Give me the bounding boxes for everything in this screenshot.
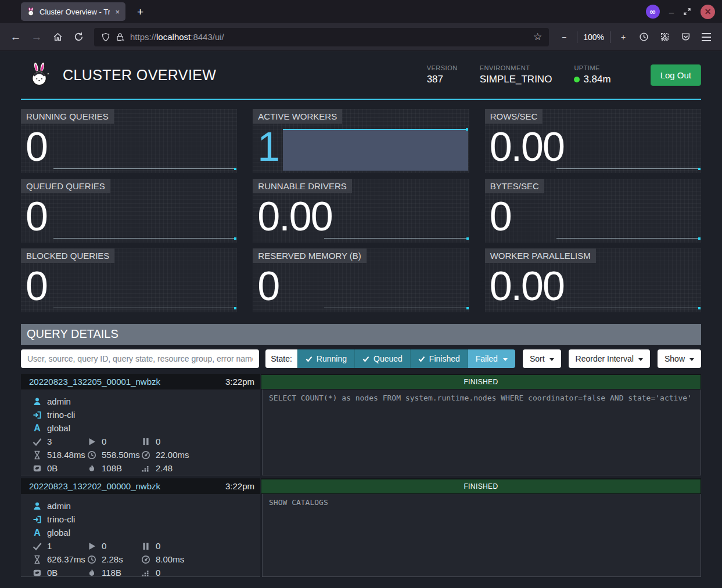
minimize-button[interactable]: – [669, 7, 674, 17]
queued-splits: 0 [141, 435, 257, 448]
state-button-running[interactable]: Running [297, 349, 354, 368]
total-time-value: 2.28s [102, 554, 123, 564]
query-id-link[interactable]: 20220823_132202_00000_nwbzk [29, 481, 160, 491]
tile-bytes-sec: BYTES/SEC 0 [485, 179, 701, 243]
reorder-interval-dropdown[interactable]: Reorder Interval [569, 349, 650, 368]
completed-splits-value: 3 [47, 437, 52, 446]
resource-group-icon: A [33, 528, 42, 538]
cpu-time-value: 22.00ms [156, 450, 189, 460]
state-button-queued[interactable]: Queued [354, 349, 410, 368]
state-button-label: Finished [429, 354, 460, 363]
sparkline [53, 238, 235, 239]
state-button-failed[interactable]: Failed [468, 349, 515, 368]
cumulative-memory: 108B [87, 461, 141, 475]
fire-icon [87, 464, 96, 473]
resource-group-icon: A [33, 423, 42, 434]
pocket-button[interactable] [676, 28, 695, 46]
sparkline-dot [234, 168, 236, 170]
cpu-time-value: 8.00ms [156, 554, 184, 564]
tile-label: ROWS/SEC [485, 109, 543, 124]
url-bar[interactable]: https://localhost:8443/ui/ ☆ [94, 28, 549, 46]
sparkline-dot [234, 307, 236, 309]
trino-bunny-logo-icon [27, 62, 53, 88]
tab-close-icon[interactable]: × [114, 8, 121, 16]
query-user-value: admin [47, 396, 71, 406]
browser-toolbar: ← → https://localhost:8443/ui/ ☆ [0, 23, 722, 51]
current-memory-value: 0B [47, 463, 58, 473]
running-splits-value: 0 [102, 541, 106, 551]
url-path: :8443/ui/ [191, 32, 224, 42]
bookmark-star-icon[interactable]: ☆ [533, 31, 542, 43]
query-status-badge: FINISHED [261, 375, 701, 389]
uptime-value: 3.84m [583, 74, 610, 85]
query-id-link[interactable]: 20220823_132205_00001_nwbzk [29, 377, 160, 387]
tile-value: 0.00 [490, 266, 564, 306]
queued-splits-value: 0 [156, 541, 160, 551]
current-memory: 0B [33, 461, 87, 475]
query-sql-text: SHOW CATALOGS [269, 498, 694, 507]
zoom-in-button[interactable]: + [616, 28, 630, 46]
menu-button[interactable] [696, 28, 716, 46]
back-button[interactable]: ← [6, 28, 26, 46]
check-icon [418, 355, 425, 362]
query-memory-row: 0B 108B 2.48 [33, 461, 257, 475]
sparkline-dot [466, 237, 469, 240]
logout-button[interactable]: Log Out [651, 64, 701, 86]
query-search-input[interactable] [21, 349, 259, 368]
browser-tab[interactable]: Cluster Overview - Trino × [21, 2, 125, 21]
zoom-level[interactable]: 100% [583, 33, 604, 42]
hamburger-icon [702, 33, 711, 41]
running-splits: 0 [87, 435, 141, 448]
reload-button[interactable] [69, 28, 88, 46]
parallelism-chart-icon [141, 568, 150, 578]
state-button-label: Queued [373, 354, 403, 363]
sparkline-dot [698, 307, 701, 309]
tile-value: 0 [26, 127, 47, 167]
sparkline [324, 238, 467, 239]
shield-icon[interactable] [101, 33, 110, 42]
trino-page: CLUSTER OVERVIEW VERSION 387 ENVIRONMENT… [0, 51, 722, 588]
private-browsing-icon: ∞ [646, 5, 660, 19]
total-time-value: 558.50ms [102, 450, 140, 460]
url-text[interactable]: https://localhost:8443/ui/ [130, 32, 224, 42]
show-dropdown[interactable]: Show [658, 349, 701, 368]
check-icon [33, 542, 42, 551]
cpu-time: 8.00ms [141, 553, 257, 566]
chevron-down-icon [638, 358, 643, 361]
completed-splits-value: 1 [47, 541, 52, 551]
current-memory-value: 0B [47, 568, 58, 578]
total-time: 2.28s [87, 553, 141, 566]
fire-icon [87, 568, 96, 578]
sign-in-icon [33, 515, 42, 524]
check-icon [362, 355, 369, 362]
new-tab-button[interactable]: + [132, 6, 148, 19]
parallelism-chart-icon [141, 464, 150, 473]
query-time-row: 518.48ms 558.50ms 22.00ms [33, 448, 257, 461]
query-sql-panel: SHOW CATALOGS [262, 494, 701, 577]
close-window-button[interactable]: ✕ [701, 5, 715, 19]
sparkline [324, 308, 467, 308]
memory-icon [33, 464, 42, 473]
zoom-controls: − 100% + [557, 28, 630, 46]
lock-warning-icon[interactable] [116, 33, 125, 42]
screenshot-button[interactable] [655, 28, 674, 46]
zoom-out-button[interactable]: − [557, 28, 571, 46]
home-button[interactable] [48, 28, 67, 46]
cumulative-memory: 118B [87, 566, 141, 579]
query-time: 3:22pm [225, 377, 254, 387]
sort-dropdown[interactable]: Sort [523, 349, 561, 368]
tile-value: 0.00 [490, 127, 564, 167]
query-header-left: 20220823_132205_00001_nwbzk 3:22pm [21, 374, 260, 389]
query-sql-panel: SELECT COUNT(*) as nodes FROM system.run… [262, 389, 701, 475]
check-icon [306, 355, 312, 362]
total-time: 558.50ms [87, 448, 141, 461]
tile-label: RESERVED MEMORY (B) [253, 248, 367, 263]
uptime-info: UPTIME 3.84m [574, 64, 610, 85]
tile-reserved-memory: RESERVED MEMORY (B) 0 [253, 248, 469, 312]
tile-value: 0 [490, 196, 511, 237]
maximize-button[interactable] [683, 8, 691, 16]
separator [610, 31, 610, 43]
state-button-finished[interactable]: Finished [410, 349, 468, 368]
forward-button[interactable]: → [27, 28, 46, 46]
history-button[interactable] [634, 28, 653, 46]
